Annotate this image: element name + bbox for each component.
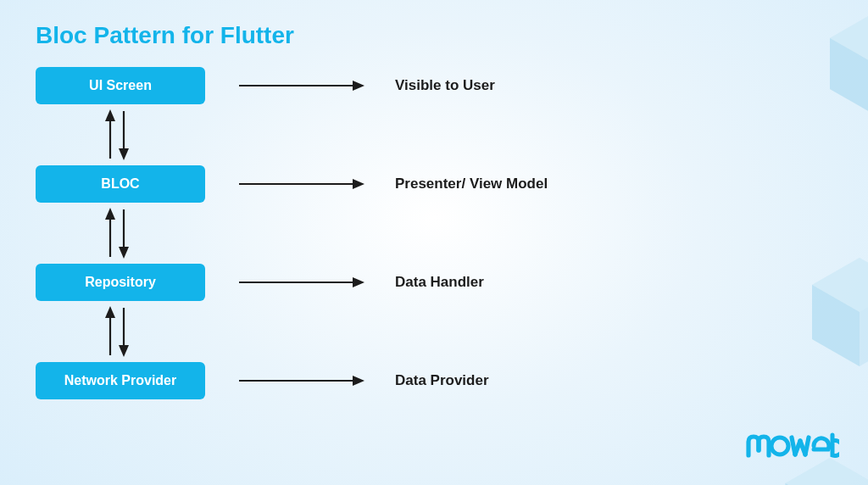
- svg-point-23: [771, 438, 788, 454]
- layer-description: Presenter/ View Model: [395, 176, 548, 192]
- layer-row: Network Provider Data Provider: [36, 361, 578, 400]
- arrow-right-icon: [237, 77, 364, 94]
- svg-marker-14: [119, 247, 129, 259]
- svg-marker-4: [353, 81, 364, 91]
- layer-box-ui-screen: UI Screen: [36, 67, 205, 104]
- layer-box-repository: Repository: [36, 264, 205, 301]
- arrow-right-icon: [237, 176, 364, 192]
- decorative-cubes: [588, 0, 868, 485]
- layer-box-bloc: BLOC: [36, 165, 205, 203]
- layer-row: UI Screen Visible to User: [36, 66, 578, 105]
- layer-box-network-provider: Network Provider: [36, 362, 205, 399]
- svg-marker-8: [119, 148, 129, 160]
- svg-marker-6: [105, 109, 115, 121]
- svg-marker-22: [353, 376, 364, 386]
- brand-logo: [746, 432, 839, 466]
- bidirectional-arrow-icon: [36, 203, 578, 263]
- layer-row: BLOC Presenter/ View Model: [36, 164, 578, 203]
- svg-marker-18: [105, 306, 115, 318]
- layer-description: Data Handler: [395, 274, 484, 291]
- bidirectional-arrow-icon: [36, 105, 578, 164]
- bloc-diagram: UI Screen Visible to User BLOC Presenter…: [36, 66, 578, 400]
- layer-description: Data Provider: [395, 372, 489, 389]
- layer-description: Visible to User: [395, 77, 495, 94]
- arrow-right-icon: [237, 274, 364, 291]
- svg-marker-20: [119, 345, 129, 357]
- layer-row: Repository Data Handler: [36, 263, 578, 302]
- bidirectional-arrow-icon: [36, 302, 578, 361]
- svg-marker-12: [105, 208, 115, 220]
- svg-marker-10: [353, 179, 364, 189]
- svg-marker-16: [353, 277, 364, 287]
- arrow-right-icon: [237, 372, 364, 389]
- diagram-title: Bloc Pattern for Flutter: [36, 22, 294, 49]
